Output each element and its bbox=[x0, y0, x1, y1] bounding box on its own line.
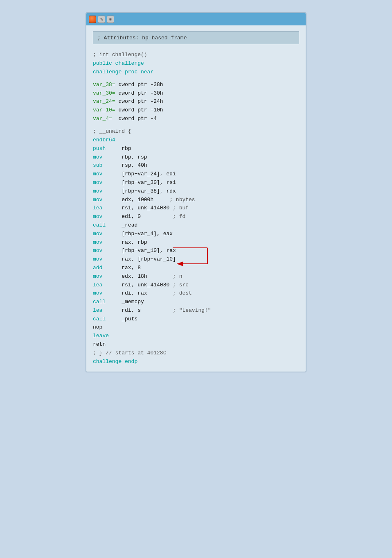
code-line: lea rsi, unk_414080 ; buf bbox=[93, 204, 299, 213]
pencil-icon: ✎ bbox=[100, 17, 103, 22]
code-line: mov [rbp+var_10], rax bbox=[93, 247, 299, 255]
code-line: mov edx, 18h ; n bbox=[93, 272, 299, 281]
code-line: endbr64 bbox=[93, 136, 299, 145]
code-line: mov rbp, rsp bbox=[93, 153, 299, 162]
code-line: leave bbox=[93, 332, 299, 340]
code-line: var_24= dword ptr -24h bbox=[93, 98, 299, 106]
pencil-button[interactable]: ✎ bbox=[98, 16, 105, 23]
code-line: public challenge bbox=[93, 59, 299, 68]
spacer bbox=[93, 76, 299, 80]
code-line: nop bbox=[93, 323, 299, 332]
code-line: var_4= dword ptr -4 bbox=[93, 115, 299, 123]
code-line: push rbp bbox=[93, 145, 299, 153]
code-line: var_38= qword ptr -38h bbox=[93, 81, 299, 89]
graph-icon: ⊞ bbox=[109, 17, 111, 22]
code-line: add rax, 8 bbox=[93, 264, 299, 272]
code-line: mov edx, 1000h ; nbytes bbox=[93, 196, 299, 204]
code-line: mov [rbp+var_4], eax bbox=[93, 230, 299, 238]
code-line: var_30= qword ptr -30h bbox=[93, 89, 299, 98]
code-line: challenge endp bbox=[93, 358, 299, 366]
titlebar: ✎ ⊞ bbox=[86, 13, 306, 25]
code-line: var_10= qword ptr -10h bbox=[93, 106, 299, 115]
code-line: mov rax, [rbp+var_10] bbox=[93, 255, 299, 264]
attr-bar: ; Attributes: bp-based frame bbox=[93, 31, 299, 44]
code-line: lea rdi, s ; "Leaving!" bbox=[93, 306, 299, 315]
content-area: ; Attributes: bp-based frame ; int chall… bbox=[86, 25, 306, 372]
code-line: sub rsp, 40h bbox=[93, 161, 299, 170]
spacer bbox=[93, 123, 299, 127]
attr-bar-text: ; Attributes: bp-based frame bbox=[97, 35, 187, 41]
code-line: call _puts bbox=[93, 315, 299, 324]
code-line: ; } // starts at 40128C bbox=[93, 349, 299, 358]
code-line: lea rsi, unk_414080 ; src bbox=[93, 281, 299, 290]
main-window: ✎ ⊞ ; Attributes: bp-based frame ; int c… bbox=[86, 12, 306, 372]
code-line: ; int challenge() bbox=[93, 51, 299, 59]
code-line: mov rdi, rax ; dest bbox=[93, 289, 299, 298]
code-line: mov [rbp+var_38], rdx bbox=[93, 187, 299, 196]
annotation-block: mov rax, [rbp+var_10] add rax, 8 bbox=[93, 255, 299, 272]
code-line: mov rax, rbp bbox=[93, 238, 299, 247]
code-line: retn bbox=[93, 340, 299, 349]
code-line: call _memcpy bbox=[93, 298, 299, 306]
graph-button[interactable]: ⊞ bbox=[107, 16, 114, 23]
code-line: ; __unwind { bbox=[93, 127, 299, 136]
close-button[interactable] bbox=[89, 16, 96, 23]
code-line: mov edi, 0 ; fd bbox=[93, 213, 299, 221]
code-line: mov [rbp+var_24], edi bbox=[93, 170, 299, 179]
code-block: ; int challenge() public challenge chall… bbox=[93, 51, 299, 366]
code-line: call _read bbox=[93, 221, 299, 230]
code-line: mov [rbp+var_30], rsi bbox=[93, 179, 299, 187]
code-line: challenge proc near bbox=[93, 68, 299, 77]
